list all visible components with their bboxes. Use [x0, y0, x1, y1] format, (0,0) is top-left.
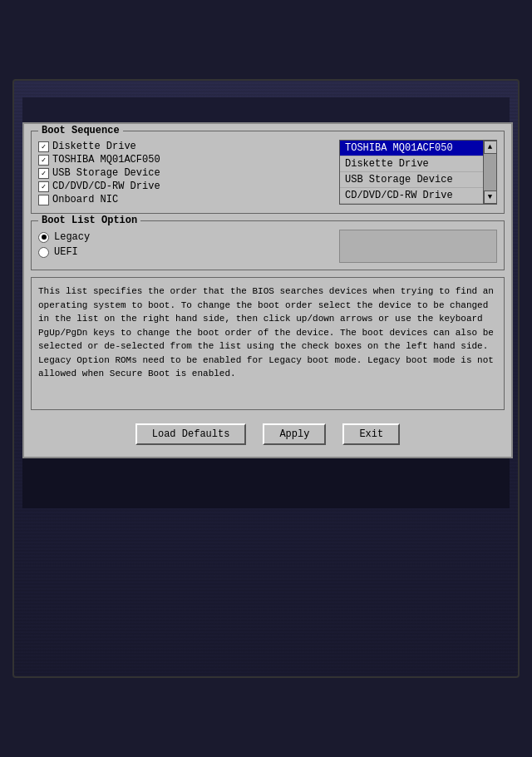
boot-list-option-left: Legacy UEFI [38, 230, 332, 263]
boot-right-item-diskette-label: Diskette Drive [345, 158, 429, 170]
radio-item-legacy[interactable]: Legacy [38, 230, 332, 245]
boot-right-list: TOSHIBA MQ01ACF050 Diskette Drive USB St… [340, 141, 483, 204]
boot-right-item-cddvd[interactable]: CD/DVD/CD-RW Drive [340, 188, 483, 204]
boot-list-option-right-stub [339, 230, 497, 263]
scroll-up-button[interactable]: ▲ [484, 141, 497, 154]
boot-right-item-cddvd-label: CD/DVD/CD-RW Drive [345, 190, 453, 201]
boot-item-diskette[interactable]: Diskette Drive [38, 140, 332, 153]
checkbox-nic[interactable] [38, 195, 49, 205]
radio-item-uefi[interactable]: UEFI [38, 245, 332, 260]
boot-sequence-right: TOSHIBA MQ01ACF050 Diskette Drive USB St… [339, 140, 497, 206]
boot-sequence-label: Boot Sequence [38, 125, 123, 136]
boot-item-nic-label: Onboard NIC [52, 194, 118, 205]
bios-bottom-bar [22, 458, 510, 508]
boot-sequence-group: Boot Sequence Diskette Drive TOSHIBA MQ0… [31, 131, 505, 214]
checkbox-toshiba[interactable] [38, 155, 49, 166]
radio-legacy[interactable] [38, 232, 49, 243]
bios-panel: Boot Sequence Diskette Drive TOSHIBA MQ0… [22, 122, 513, 458]
boot-item-nic[interactable]: Onboard NIC [38, 193, 332, 206]
bios-top-bar [22, 97, 510, 122]
boot-item-usb[interactable]: USB Storage Device [38, 166, 332, 180]
boot-item-cddvd-label: CD/DVD/CD-RW Drive [52, 181, 160, 192]
boot-item-usb-label: USB Storage Device [52, 167, 160, 179]
boot-item-diskette-label: Diskette Drive [52, 141, 136, 152]
boot-sequence-left: Diskette Drive TOSHIBA MQ01ACF050 USB St… [38, 140, 332, 206]
boot-item-toshiba[interactable]: TOSHIBA MQ01ACF050 [38, 153, 332, 166]
exit-button[interactable]: Exit [342, 423, 400, 445]
apply-button[interactable]: Apply [263, 423, 326, 445]
help-text-box: This list specifies the order that the B… [31, 277, 505, 410]
radio-legacy-label: Legacy [54, 231, 90, 243]
help-text: This list specifies the order that the B… [38, 286, 494, 378]
boot-list-scrollbar: ▲ ▼ [483, 141, 496, 204]
scroll-down-button[interactable]: ▼ [484, 190, 497, 204]
boot-right-item-diskette[interactable]: Diskette Drive [340, 156, 483, 172]
boot-right-scroll-container: TOSHIBA MQ01ACF050 Diskette Drive USB St… [339, 140, 497, 205]
checkbox-diskette[interactable] [38, 141, 49, 152]
boot-right-item-toshiba-label: TOSHIBA MQ01ACF050 [345, 142, 453, 154]
boot-right-item-usb-label: USB Storage Device [345, 174, 453, 186]
load-defaults-button[interactable]: Load Defaults [135, 423, 247, 445]
boot-right-item-toshiba[interactable]: TOSHIBA MQ01ACF050 [340, 141, 483, 156]
boot-list-option-label: Boot List Option [38, 215, 140, 226]
checkbox-cddvd[interactable] [38, 181, 49, 192]
boot-list-option-group: Boot List Option Legacy UEFI [31, 220, 505, 270]
boot-item-toshiba-label: TOSHIBA MQ01ACF050 [52, 154, 160, 166]
bottom-buttons: Load Defaults Apply Exit [31, 418, 505, 450]
radio-uefi[interactable] [38, 247, 49, 258]
boot-right-item-usb[interactable]: USB Storage Device [340, 172, 483, 188]
boot-item-cddvd[interactable]: CD/DVD/CD-RW Drive [38, 180, 332, 193]
checkbox-usb[interactable] [38, 168, 49, 179]
radio-uefi-label: UEFI [54, 246, 78, 258]
